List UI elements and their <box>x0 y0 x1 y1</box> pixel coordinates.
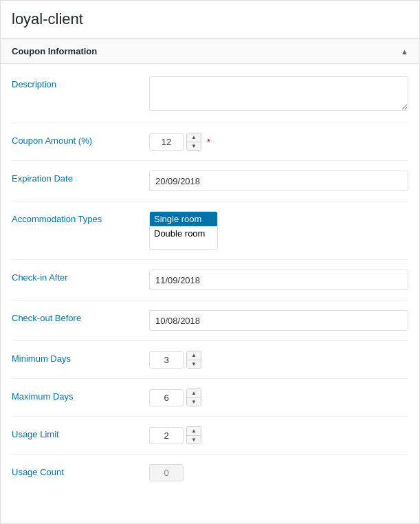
maximum-days-input[interactable] <box>149 389 184 406</box>
checkout-before-row: Check-out Before <box>12 301 408 341</box>
coupon-amount-required: * <box>207 137 210 147</box>
accommodation-types-select[interactable]: Single room Double room <box>149 211 218 250</box>
collapse-icon[interactable]: ▲ <box>401 47 408 56</box>
usage-limit-up-btn[interactable]: ▲ <box>187 427 201 435</box>
expiration-date-input[interactable] <box>149 171 408 191</box>
page-title: loyal-client <box>1 1 419 39</box>
coupon-amount-control: ▲ ▼ * <box>149 133 408 151</box>
checkin-after-control <box>149 270 408 290</box>
checkin-after-row: Check-in After <box>12 260 408 301</box>
description-row: Description <box>12 67 408 123</box>
usage-count-control <box>149 464 408 481</box>
minimum-days-down-btn[interactable]: ▼ <box>187 360 201 368</box>
checkout-before-label: Check-out Before <box>12 310 149 323</box>
usage-limit-label: Usage Limit <box>12 426 149 439</box>
accommodation-types-label: Accommodation Types <box>12 211 149 224</box>
checkout-before-control <box>149 310 408 331</box>
minimum-days-input[interactable] <box>149 351 184 369</box>
description-input[interactable] <box>149 76 408 111</box>
description-label: Description <box>12 76 149 89</box>
accommodation-types-row: Accommodation Types Single room Double r… <box>12 201 408 260</box>
option-double-room[interactable]: Double room <box>150 226 217 241</box>
coupon-amount-spinner-buttons: ▲ ▼ <box>186 133 201 151</box>
usage-count-row: Usage Count <box>12 455 408 491</box>
checkin-after-input[interactable] <box>149 270 408 290</box>
accommodation-types-control: Single room Double room <box>149 211 408 250</box>
coupon-amount-spinner-wrap: ▲ ▼ * <box>149 133 408 151</box>
coupon-amount-down-btn[interactable]: ▼ <box>187 142 201 150</box>
usage-limit-spinner-wrap: ▲ ▼ <box>149 426 408 444</box>
usage-count-input <box>149 464 184 481</box>
maximum-days-row: Maximum Days ▲ ▼ <box>12 379 408 417</box>
coupon-amount-row: Coupon Amount (%) ▲ ▼ * <box>12 123 408 161</box>
maximum-days-up-btn[interactable]: ▲ <box>187 389 201 397</box>
expiration-date-row: Expiration Date <box>12 161 408 201</box>
minimum-days-up-btn[interactable]: ▲ <box>187 351 201 360</box>
checkout-before-input[interactable] <box>149 310 408 331</box>
expiration-date-control <box>149 171 408 191</box>
usage-count-label: Usage Count <box>12 464 149 477</box>
section-title: Coupon Information <box>12 46 97 56</box>
usage-limit-input[interactable] <box>149 427 184 444</box>
usage-limit-row: Usage Limit ▲ ▼ <box>12 417 408 455</box>
form-body: Description Coupon Amount (%) ▲ ▼ * <box>1 67 419 491</box>
maximum-days-spinner-buttons: ▲ ▼ <box>186 389 201 406</box>
maximum-days-spinner-wrap: ▲ ▼ <box>149 389 408 406</box>
minimum-days-spinner-buttons: ▲ ▼ <box>186 351 201 369</box>
minimum-days-spinner-wrap: ▲ ▼ <box>149 351 408 369</box>
minimum-days-label: Minimum Days <box>12 351 149 364</box>
usage-limit-down-btn[interactable]: ▼ <box>187 435 201 444</box>
option-single-room[interactable]: Single room <box>150 212 217 226</box>
description-control <box>149 76 408 113</box>
usage-limit-spinner-buttons: ▲ ▼ <box>186 426 201 444</box>
coupon-amount-label: Coupon Amount (%) <box>12 133 149 146</box>
section-header: Coupon Information ▲ <box>1 39 419 64</box>
maximum-days-down-btn[interactable]: ▼ <box>187 397 201 406</box>
usage-limit-control: ▲ ▼ <box>149 426 408 444</box>
page-wrapper: loyal-client Coupon Information ▲ Descri… <box>0 0 420 524</box>
minimum-days-row: Minimum Days ▲ ▼ <box>12 341 408 379</box>
maximum-days-label: Maximum Days <box>12 389 149 402</box>
coupon-amount-up-btn[interactable]: ▲ <box>187 133 201 142</box>
expiration-date-label: Expiration Date <box>12 171 149 184</box>
checkin-after-label: Check-in After <box>12 270 149 283</box>
minimum-days-control: ▲ ▼ <box>149 351 408 369</box>
maximum-days-control: ▲ ▼ <box>149 389 408 406</box>
coupon-amount-input[interactable] <box>149 133 184 151</box>
